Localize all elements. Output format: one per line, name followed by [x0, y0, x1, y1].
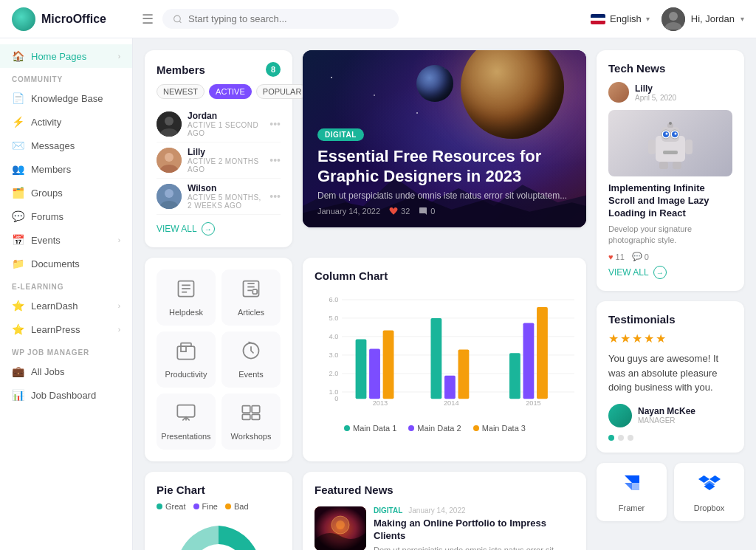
dot-1[interactable]	[608, 435, 614, 441]
pie-legend: Great Fine Bad	[157, 502, 281, 511]
ql-workshops[interactable]: Workshops	[221, 393, 281, 450]
news-body-1: DIGITAL January 14, 2022 Making an Onlin…	[374, 506, 574, 550]
ql-productivity[interactable]: Productivity	[157, 331, 216, 388]
chart-legend: Main Data 1 Main Data 2 Main Data 3	[315, 424, 574, 433]
framer-icon	[621, 472, 643, 499]
sidebar-item-all-jobs[interactable]: 💼 All Jobs	[0, 360, 132, 383]
search-bar[interactable]	[162, 9, 399, 29]
dot-2[interactable]	[618, 435, 624, 441]
app-card-framer[interactable]: Framer	[597, 463, 667, 521]
sidebar-item-members[interactable]: 👥 Members	[0, 157, 132, 181]
sidebar-item-learnpress[interactable]: ⭐ LearnPress ›	[0, 317, 132, 341]
ql-helpdesk[interactable]: Helpdesk	[157, 269, 216, 326]
testimonials-title: Testimonials	[608, 313, 732, 326]
all-jobs-label: All Jobs	[31, 366, 120, 377]
hamburger-menu[interactable]: ☰	[142, 11, 154, 27]
jordan-options[interactable]: •••	[269, 118, 281, 130]
workshops-label: Workshops	[231, 432, 272, 441]
tech-likes: ♥ 11	[608, 252, 625, 261]
svg-rect-63	[537, 307, 548, 399]
pie-bad-dot	[225, 503, 231, 509]
svg-text:3.0: 3.0	[329, 351, 339, 359]
tech-news-view-all[interactable]: VIEW ALL →	[608, 266, 732, 279]
sidebar-item-learndash[interactable]: ⭐ LearnDash ›	[0, 294, 132, 317]
svg-text:2014: 2014	[444, 399, 459, 407]
dropbox-icon	[698, 472, 721, 499]
articles-label: Articles	[238, 308, 264, 317]
logo-icon	[12, 7, 35, 31]
testimonial-text: You guys are awesome! It was an absolute…	[608, 351, 732, 395]
all-jobs-icon: 💼	[12, 365, 24, 377]
helpdesk-label: Helpdesk	[169, 308, 203, 317]
sidebar-item-documents[interactable]: 📁 Documents	[0, 252, 132, 275]
tech-news-card: Tech News Lilly April 5, 2020	[597, 50, 744, 291]
sidebar-item-home[interactable]: 🏠 Home Pages ›	[0, 44, 132, 68]
ql-articles[interactable]: Articles	[221, 269, 281, 326]
sidebar-item-events[interactable]: 📅 Events ›	[0, 228, 132, 252]
sidebar-item-knowledge-base[interactable]: 📄 Knowledge Base	[0, 86, 132, 110]
heart-icon	[389, 207, 398, 216]
presentations-label: Presentations	[161, 432, 210, 441]
svg-rect-60	[458, 350, 470, 399]
svg-rect-62	[523, 323, 535, 399]
data3-dot	[473, 425, 479, 431]
svg-point-70	[336, 520, 345, 529]
language-label: English	[610, 13, 642, 24]
right-column: Tech News Lilly April 5, 2020	[597, 50, 744, 550]
pie-fine-dot	[193, 503, 199, 509]
ql-events[interactable]: Events	[221, 331, 281, 388]
lilly-info: Lilly ACTIVE 2 MONTHS AGO	[188, 147, 264, 173]
tech-likes-count: 11	[616, 252, 625, 261]
wilson-status: ACTIVE 5 MONTHS, 2 WEEKS AGO	[188, 193, 264, 210]
sidebar-item-job-dashboard[interactable]: 📊 Job Dashboard	[0, 383, 132, 407]
member-row-wilson: Wilson ACTIVE 5 MONTHS, 2 WEEKS AGO •••	[157, 179, 281, 215]
svg-text:2013: 2013	[373, 399, 388, 407]
svg-marker-25	[625, 483, 632, 490]
articles-icon	[241, 278, 261, 303]
filter-popular[interactable]: POPULAR	[256, 84, 309, 99]
svg-point-6	[165, 153, 173, 162]
sidebar-item-activity[interactable]: ⚡ Activity	[0, 110, 132, 134]
main-layout: 🏠 Home Pages › COMMUNITY 📄 Knowledge Bas…	[0, 38, 756, 550]
user-menu[interactable]: Hi, Jordan ▾	[662, 7, 744, 31]
filter-active[interactable]: ACTIVE	[209, 84, 252, 99]
hero-content: DIGITAL Essential Free Resources for Gra…	[303, 115, 586, 227]
lilly-options[interactable]: •••	[269, 154, 281, 166]
svg-rect-38	[242, 406, 250, 413]
sidebar-item-messages[interactable]: ✉️ Messages	[0, 134, 132, 157]
dot-3[interactable]	[628, 435, 633, 441]
language-selector[interactable]: English ▾	[591, 13, 650, 24]
events-ql-label: Events	[238, 370, 264, 379]
tech-news-article-desc: Develop your signature photographic styl…	[608, 224, 732, 247]
comment-icon	[419, 207, 427, 216]
ql-presentations[interactable]: Presentations	[157, 393, 216, 450]
pie-fine-label: Fine	[202, 502, 218, 511]
svg-text:4.0: 4.0	[329, 333, 339, 340]
members-view-all[interactable]: VIEW ALL →	[157, 222, 281, 236]
filter-newest[interactable]: NEWEST	[157, 84, 205, 99]
testimonial-author: Nayan McKee MANAGER	[608, 404, 732, 427]
svg-rect-39	[252, 406, 260, 413]
data1-dot	[344, 425, 350, 431]
hero-planet-small	[416, 65, 453, 102]
pie-great-label: Great	[165, 502, 186, 511]
app-card-dropbox[interactable]: Dropbox	[674, 463, 744, 521]
sidebar-item-forums[interactable]: 💬 Forums	[0, 204, 132, 228]
data2-dot	[408, 425, 414, 431]
members-label: Members	[31, 164, 120, 175]
hero-meta: January 14, 2022 32 0	[317, 207, 571, 216]
events-label: Events	[31, 235, 111, 246]
app-name: MicroOffice	[41, 13, 106, 26]
testimonial-author-role: MANAGER	[638, 416, 695, 424]
svg-rect-55	[356, 340, 367, 399]
svg-rect-41	[252, 414, 260, 419]
chart-area: 6.0 5.0 4.0 3.0 2.0 1.0 0	[315, 288, 574, 421]
sidebar-item-groups[interactable]: 🗂️ Groups	[0, 181, 132, 204]
tech-news-article-title: Implementing Infinite Scroll and Image L…	[608, 182, 732, 220]
quick-links-grid: Helpdesk Articles Productivity	[157, 269, 281, 450]
nav-right: English ▾ Hi, Jordan ▾	[591, 7, 744, 31]
news-thumb-img-1	[315, 506, 366, 550]
wilson-options[interactable]: •••	[269, 190, 281, 202]
search-input[interactable]	[188, 13, 388, 24]
svg-point-18	[669, 122, 672, 125]
